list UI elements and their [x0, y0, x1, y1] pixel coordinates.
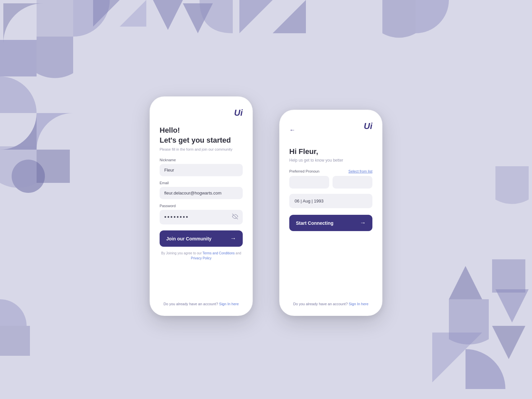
- pronoun-box-1[interactable]: [289, 176, 329, 189]
- privacy-link[interactable]: Privacy Policy: [191, 256, 211, 260]
- pronoun-header: Preferred Pronoun Select from list: [289, 169, 372, 173]
- start-connecting-button[interactable]: Start Connecting →: [289, 215, 372, 231]
- pronoun-box-2[interactable]: [332, 176, 372, 189]
- screen1-hello: Hello!: [160, 126, 243, 135]
- join-community-button[interactable]: Join our Community →: [160, 230, 243, 247]
- arrow-right-icon-2: →: [360, 219, 366, 226]
- email-field[interactable]: [160, 187, 243, 199]
- screen2-signin-link[interactable]: Sign In here: [349, 302, 368, 306]
- start-connecting-label: Start Connecting: [296, 220, 333, 226]
- password-label: Password: [160, 204, 243, 208]
- help-text: Help us get to know you better: [289, 158, 372, 163]
- pronoun-label: Preferred Pronoun: [289, 169, 320, 173]
- signin-text-label: Do you already have an account?: [164, 302, 218, 306]
- email-label: Email: [160, 181, 243, 185]
- screen1-signin: Do you already have an account? Sign In …: [160, 302, 243, 306]
- screen2-header: ← Ui: [289, 121, 372, 139]
- eye-off-icon[interactable]: [232, 213, 238, 221]
- back-button[interactable]: ←: [289, 127, 295, 134]
- screen1-subtitle: Let's get you started: [160, 136, 243, 145]
- phone-signup-inner: Ui Hello! Let's get you started Please f…: [150, 97, 252, 315]
- screen1-description: Please fill in the form and join our com…: [160, 147, 243, 151]
- nickname-input[interactable]: [164, 168, 238, 173]
- terms-and: and: [235, 251, 241, 255]
- screen2-signin-text: Do you already have an account?: [293, 302, 348, 306]
- date-field[interactable]: 06 | Aug | 1993: [289, 194, 372, 208]
- nickname-field[interactable]: [160, 164, 243, 176]
- terms-before: By Joining you agree to our: [161, 251, 202, 255]
- phone-signup: Ui Hello! Let's get you started Please f…: [150, 96, 253, 316]
- select-from-list-link[interactable]: Select from list: [348, 169, 372, 173]
- logo-screen2: Ui: [364, 121, 372, 131]
- terms-text: By Joining you agree to our Terms and Co…: [160, 251, 243, 261]
- nickname-label: Nickname: [160, 158, 243, 162]
- phones-container: Ui Hello! Let's get you started Please f…: [0, 0, 532, 399]
- greeting: Hi Fleur,: [289, 147, 372, 156]
- arrow-right-icon: →: [230, 235, 236, 242]
- phone-profile: ← Ui Hi Fleur, Help us get to know you b…: [279, 110, 382, 316]
- signin-link[interactable]: Sign In here: [219, 302, 239, 306]
- phone-profile-inner: ← Ui Hi Fleur, Help us get to know you b…: [280, 110, 382, 315]
- logo-screen1: Ui: [160, 108, 243, 118]
- screen2-signin: Do you already have an account? Sign In …: [289, 302, 372, 306]
- terms-link[interactable]: Terms and Conditions: [202, 251, 235, 255]
- password-dots: ••••••••: [164, 214, 189, 221]
- email-input[interactable]: [164, 191, 238, 196]
- join-community-label: Join our Community: [166, 236, 211, 241]
- pronoun-inputs: [289, 176, 372, 189]
- password-wrapper: ••••••••: [160, 210, 243, 224]
